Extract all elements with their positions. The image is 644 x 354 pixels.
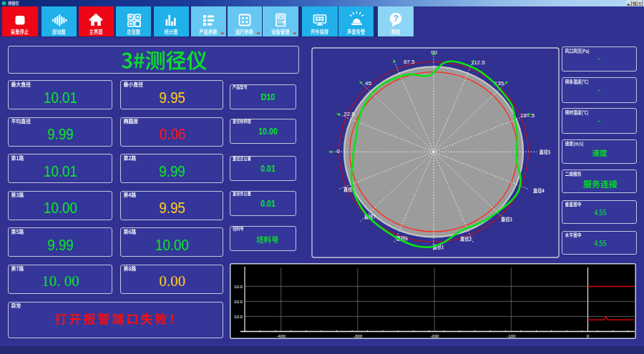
svg-text:0: 0	[336, 148, 340, 154]
svg-text:-200: -200	[430, 333, 439, 338]
svg-text:?: ?	[393, 14, 399, 24]
svg-text:22.5: 22.5	[343, 111, 355, 117]
svg-text:10.0: 10.0	[234, 299, 243, 304]
svg-text:-100: -100	[507, 333, 516, 338]
svg-text:157.5: 157.5	[520, 112, 535, 119]
svg-text:10.0: 10.0	[234, 284, 243, 289]
svg-text:10.0: 10.0	[234, 314, 243, 319]
svg-text:67.5: 67.5	[404, 59, 415, 65]
svg-text:-400: -400	[277, 333, 286, 338]
svg-text:0: 0	[587, 333, 590, 338]
svg-text:-300: -300	[353, 333, 363, 338]
svg-text:45: 45	[365, 80, 371, 87]
